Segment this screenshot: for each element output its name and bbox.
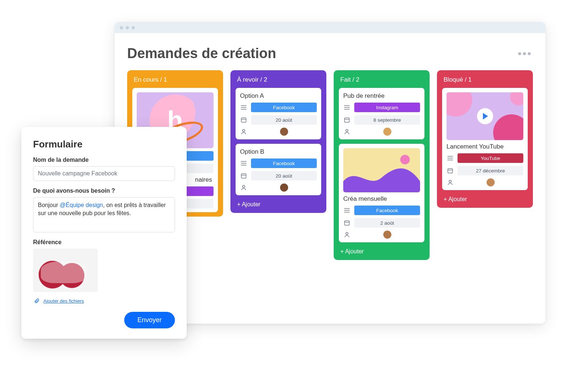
traffic-light-dot (126, 26, 129, 29)
person-icon (343, 128, 351, 135)
card-date: 27 décembre (458, 166, 523, 175)
person-icon (240, 184, 247, 191)
svg-rect-2 (241, 118, 246, 122)
kanban-card[interactable]: Lancement YouTube YouTube 27 décembre (442, 88, 528, 190)
avatar (487, 178, 495, 186)
svg-rect-8 (345, 221, 349, 225)
mention[interactable]: @Équipe design (60, 202, 103, 208)
list-icon (343, 104, 351, 111)
svg-point-7 (346, 129, 348, 132)
channel-tag: Facebook (354, 206, 420, 215)
card-image (343, 148, 420, 192)
window-titlebar (115, 22, 545, 33)
person-icon (343, 231, 351, 238)
add-card-button[interactable]: + Ajouter (339, 247, 424, 256)
avatar (383, 231, 391, 239)
kanban-columns: En cours / 1 h book (127, 70, 533, 260)
svg-point-3 (243, 129, 245, 132)
svg-point-11 (449, 180, 451, 182)
board-header: Demandes de création (127, 46, 533, 61)
svg-point-9 (346, 232, 348, 235)
avatar (280, 183, 288, 192)
kanban-card[interactable]: Pub de rentrée Instagram 8 septembre (339, 88, 424, 139)
person-icon (240, 128, 247, 135)
field-label-need: De quoi avons-nous besoin ? (33, 188, 175, 194)
board-title: Demandes de création (127, 46, 276, 61)
column-header: En cours / 1 (132, 75, 218, 83)
column-a-revoir: À revoir / 2 Option A Facebook 20 août (230, 70, 326, 213)
kanban-card[interactable]: Option A Facebook 20 août (236, 88, 321, 139)
calendar-icon (240, 116, 247, 124)
more-icon[interactable] (516, 50, 533, 57)
card-date: 20 août (251, 115, 317, 125)
traffic-light-dot (120, 26, 123, 29)
card-title: Option B (240, 148, 317, 156)
calendar-icon (343, 116, 351, 124)
need-text-before: Bonjour (38, 202, 60, 208)
add-files-link[interactable]: Ajouter des fichiers (43, 298, 84, 304)
play-icon[interactable] (477, 108, 493, 124)
list-icon (240, 160, 247, 167)
form-heading: Formulaire (33, 139, 175, 150)
channel-tag: Facebook (251, 158, 317, 168)
person-icon (447, 179, 454, 186)
avatar (280, 128, 288, 136)
svg-rect-10 (448, 169, 453, 173)
list-icon (343, 207, 351, 214)
column-header: À revoir / 2 (236, 75, 321, 83)
avatar (383, 128, 391, 136)
channel-tag: Instagram (354, 103, 420, 112)
column-bloque: Bloqué / 1 Lancement YouTube YouTube 27 … (437, 70, 533, 208)
kanban-card[interactable]: Créa mensuelle Facebook 2 août (339, 144, 424, 242)
card-title: Option A (240, 92, 317, 100)
card-date: 20 août (251, 171, 317, 181)
card-video-thumb[interactable] (447, 92, 523, 140)
request-need-textarea[interactable]: Bonjour @Équipe design, on est prêts à t… (33, 197, 175, 232)
card-title: Créa mensuelle (343, 195, 420, 203)
field-label-reference: Référence (33, 239, 175, 246)
svg-rect-4 (241, 174, 246, 178)
kanban-card[interactable]: Option B Facebook 20 août (236, 144, 321, 195)
column-fait: Fait / 2 Pub de rentrée Instagram 8 sept… (334, 70, 430, 260)
card-date: 8 septembre (354, 115, 420, 125)
request-name-input[interactable] (33, 166, 175, 181)
calendar-icon (343, 219, 351, 227)
card-title: Lancement YouTube (447, 143, 523, 150)
attachment-icon (33, 297, 40, 304)
add-card-button[interactable]: + Ajouter (442, 195, 528, 203)
add-card-button[interactable]: + Ajouter (236, 200, 321, 209)
list-icon (447, 154, 454, 162)
calendar-icon (447, 167, 454, 174)
channel-tag: YouTube (458, 153, 523, 163)
svg-point-5 (243, 185, 245, 188)
svg-rect-6 (345, 118, 349, 122)
request-form-modal: Formulaire Nom de la demande De quoi avo… (21, 127, 187, 339)
column-header: Bloqué / 1 (442, 75, 528, 83)
field-label-name: Nom de la demande (33, 157, 175, 163)
reference-image[interactable] (33, 249, 98, 292)
traffic-light-dot (132, 26, 135, 29)
card-date: 2 août (354, 218, 420, 228)
card-title: Pub de rentrée (343, 92, 420, 100)
calendar-icon (240, 172, 247, 179)
list-icon (240, 104, 247, 111)
column-header: Fait / 2 (339, 75, 424, 83)
channel-tag: Facebook (251, 103, 317, 112)
submit-button[interactable]: Envoyer (124, 312, 175, 328)
